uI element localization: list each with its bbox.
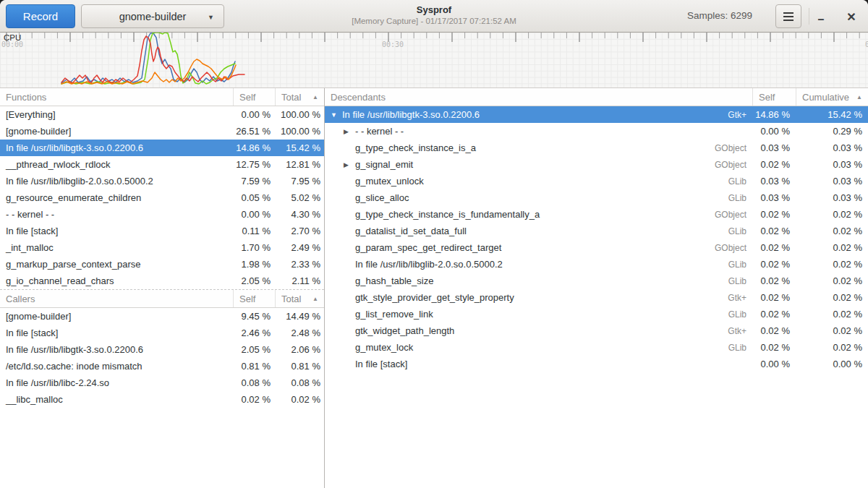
- library-tag: GObject: [707, 143, 746, 153]
- time-label: 00:00: [1, 40, 23, 48]
- table-row[interactable]: /etc/ld.so.cache: inode mismatch0.81 %0.…: [0, 358, 324, 374]
- table-row[interactable]: In file /usr/lib/libglib-2.0.so.0.5000.2…: [325, 256, 868, 273]
- column-header-total[interactable]: Total ▲: [275, 290, 324, 307]
- row-name: g_mutex_unlock: [355, 176, 424, 187]
- sysprof-window: Record gnome-builder ▼ Sysprof [Memory C…: [0, 0, 868, 488]
- table-row[interactable]: g_markup_parse_context_parse1.98 %2.33 %: [0, 256, 324, 273]
- table-row[interactable]: In file /usr/lib/libgtk-3.so.0.2200.614.…: [0, 140, 324, 156]
- row-self-value: 0.02 %: [752, 289, 796, 306]
- row-self-value: 0.02 %: [752, 239, 796, 256]
- table-row[interactable]: In file [stack]0.11 %2.70 %: [0, 223, 324, 239]
- table-row[interactable]: In file /usr/lib/libgtk-3.so.0.2200.62.0…: [0, 341, 324, 358]
- row-cumulative-value: 0.03 %: [796, 189, 868, 206]
- table-row[interactable]: g_list_remove_linkGLib0.02 %0.02 %: [325, 306, 868, 322]
- table-row[interactable]: g_slice_allocGLib0.03 %0.03 %: [325, 189, 868, 206]
- record-button[interactable]: Record: [6, 4, 75, 28]
- table-row[interactable]: gtk_style_provider_get_style_propertyGtk…: [325, 289, 868, 306]
- column-header-total[interactable]: Total ▲: [275, 88, 324, 106]
- table-row[interactable]: ▶g_signal_emitGObject0.02 %0.03 %: [325, 156, 868, 173]
- row-name: _int_malloc: [0, 239, 233, 256]
- row-self-value: 0.81 %: [233, 358, 275, 374]
- row-total-value: 2.33 %: [275, 256, 324, 273]
- row-self-value: 0.02 %: [752, 206, 796, 223]
- descendants-table-header: Descendants Self Cumulative ▲: [325, 88, 868, 106]
- row-cumulative-value: 0.02 %: [796, 322, 868, 339]
- column-header-self[interactable]: Self: [233, 290, 275, 307]
- row-self-value: 0.00 %: [233, 106, 275, 123]
- library-tag: GLib: [721, 226, 746, 236]
- row-total-value: 0.81 %: [275, 358, 324, 374]
- table-row[interactable]: In file [stack]2.46 %2.48 %: [0, 325, 324, 341]
- left-pane: Functions Self Total ▲ [Everything]0.00 …: [0, 88, 324, 488]
- row-self-value: 9.45 %: [233, 308, 275, 325]
- row-name: g_resource_enumerate_children: [0, 189, 233, 206]
- library-tag: Gtk+: [720, 293, 746, 303]
- table-row[interactable]: g_datalist_id_set_data_fullGLib0.02 %0.0…: [325, 223, 868, 239]
- row-cumulative-value: 15.42 %: [796, 106, 868, 123]
- row-cumulative-value: 0.02 %: [796, 256, 868, 273]
- row-name: In file [stack]: [0, 325, 233, 341]
- cpu-graph[interactable]: CPU 00:0000:300: [0, 33, 868, 88]
- process-selector-dropdown[interactable]: gnome-builder ▼: [81, 4, 224, 28]
- chevron-down-icon: ▼: [208, 14, 214, 21]
- library-tag: GLib: [721, 343, 746, 353]
- column-header-descendants[interactable]: Descendants: [325, 88, 752, 106]
- table-row[interactable]: gtk_widget_path_lengthGtk+0.02 %0.02 %: [325, 322, 868, 339]
- menu-button[interactable]: [775, 4, 801, 28]
- row-name: In file /usr/lib/libgtk-3.so.0.2200.6: [0, 341, 233, 358]
- row-total-value: 12.81 %: [275, 156, 324, 173]
- right-pane: Descendants Self Cumulative ▲ ▼In file /…: [325, 88, 868, 488]
- column-header-functions[interactable]: Functions: [0, 88, 233, 106]
- column-header-self[interactable]: Self: [752, 88, 796, 106]
- column-header-self[interactable]: Self: [233, 88, 275, 106]
- expander-closed-icon[interactable]: ▶: [344, 161, 355, 168]
- row-self-value: 0.02 %: [752, 339, 796, 356]
- functions-table: Functions Self Total ▲ [Everything]0.00 …: [0, 88, 324, 289]
- row-name: g_param_spec_get_redirect_target: [355, 242, 501, 253]
- table-row[interactable]: g_mutex_lockGLib0.02 %0.02 %: [325, 339, 868, 356]
- row-name: __pthread_rwlock_rdlock: [0, 156, 233, 173]
- row-name: gtk_style_provider_get_style_property: [355, 292, 514, 303]
- cpu-graph-canvas: [0, 33, 868, 87]
- table-row[interactable]: g_param_spec_get_redirect_targetGObject0…: [325, 239, 868, 256]
- column-header-callers[interactable]: Callers: [0, 290, 233, 307]
- table-row[interactable]: In file /usr/lib/libglib-2.0.so.0.5000.2…: [0, 173, 324, 189]
- table-row[interactable]: g_resource_enumerate_children0.05 %5.02 …: [0, 189, 324, 206]
- minimize-button[interactable]: –: [811, 7, 831, 27]
- library-tag: GLib: [721, 176, 746, 187]
- row-self-value: 0.00 %: [233, 206, 275, 223]
- expander-open-icon[interactable]: ▼: [331, 111, 342, 119]
- table-row[interactable]: __pthread_rwlock_rdlock12.75 %12.81 %: [0, 156, 324, 173]
- library-tag: GLib: [721, 276, 746, 286]
- table-row[interactable]: [Everything]0.00 %100.00 %: [0, 106, 324, 123]
- table-row[interactable]: In file /usr/lib/libc-2.24.so0.08 %0.08 …: [0, 374, 324, 391]
- row-cumulative-value: 0.02 %: [796, 339, 868, 356]
- table-row[interactable]: _int_malloc1.70 %2.49 %: [0, 239, 324, 256]
- table-row[interactable]: - - kernel - -0.00 %4.30 %: [0, 206, 324, 223]
- table-row[interactable]: ▼In file /usr/lib/libgtk-3.so.0.2200.6Gt…: [325, 106, 868, 123]
- table-row[interactable]: [gnome-builder]26.51 %100.00 %: [0, 123, 324, 140]
- table-row[interactable]: [gnome-builder]9.45 %14.49 %: [0, 308, 324, 325]
- table-row[interactable]: ▶- - kernel - -0.00 %0.29 %: [325, 123, 868, 140]
- time-label: 0: [865, 40, 868, 48]
- library-tag: GLib: [721, 309, 746, 320]
- column-header-cumulative[interactable]: Cumulative ▲: [796, 88, 868, 106]
- table-row[interactable]: g_type_check_instance_is_aGObject0.03 %0…: [325, 140, 868, 156]
- library-tag: GObject: [707, 243, 746, 253]
- row-cumulative-value: 0.03 %: [796, 140, 868, 156]
- row-name: In file [stack]: [355, 359, 407, 369]
- table-row[interactable]: g_io_channel_read_chars2.05 %2.11 %: [0, 273, 324, 289]
- close-button[interactable]: ✕: [841, 7, 861, 27]
- table-row[interactable]: g_type_check_instance_is_fundamentally_a…: [325, 206, 868, 223]
- table-row[interactable]: __libc_malloc0.02 %0.02 %: [0, 391, 324, 408]
- table-row[interactable]: In file [stack]0.00 %0.00 %: [325, 356, 868, 372]
- expander-closed-icon[interactable]: ▶: [344, 128, 355, 135]
- row-name: In file /usr/lib/libc-2.24.so: [0, 374, 233, 391]
- row-self-value: 0.02 %: [752, 256, 796, 273]
- sort-ascending-icon: ▲: [308, 94, 318, 100]
- row-self-value: 0.02 %: [752, 223, 796, 239]
- table-row[interactable]: g_hash_table_sizeGLib0.02 %0.02 %: [325, 273, 868, 289]
- table-row[interactable]: g_mutex_unlockGLib0.03 %0.03 %: [325, 173, 868, 189]
- row-name: [Everything]: [0, 106, 233, 123]
- row-cumulative-value: 0.00 %: [796, 356, 868, 372]
